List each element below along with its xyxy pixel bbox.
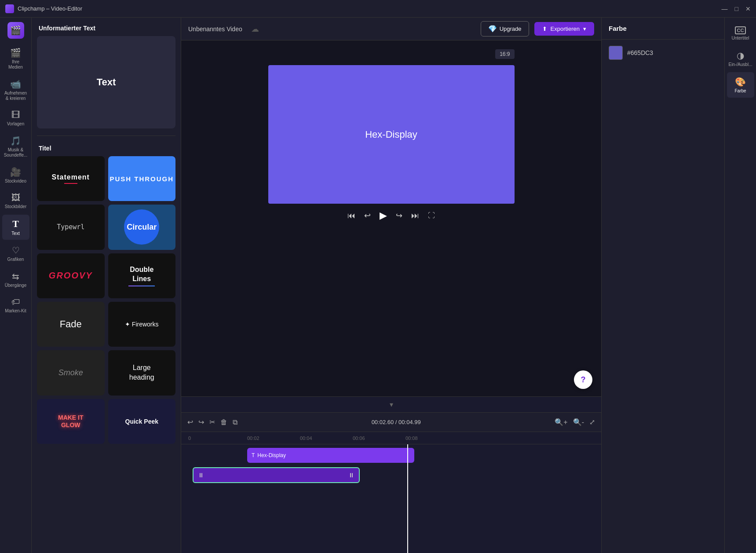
marken-label: Marken-Kit: [5, 308, 26, 314]
export-chevron-icon: ▾: [583, 26, 586, 32]
right-panel: Farbe #665DC3: [601, 18, 724, 553]
right-nav-farbe[interactable]: 🎨 Farbe: [727, 72, 754, 98]
text-card-typewriter[interactable]: Typewrl: [37, 205, 105, 249]
minimize-button[interactable]: —: [722, 5, 728, 12]
card-statement-label: Statement: [52, 173, 90, 181]
card-fade-label: Fade: [60, 319, 82, 330]
sidebar-item-musik[interactable]: 🎵 Musik & Soundeffe...: [2, 132, 29, 161]
card-smoke-label: Smoke: [58, 368, 83, 377]
sidebar-item-stockbilder[interactable]: 🖼 Stockbilder: [2, 189, 29, 213]
text-track-container: T Hex-Display: [188, 448, 594, 465]
fit-timeline-button[interactable]: ⤢: [589, 418, 595, 426]
upgrade-label: Upgrade: [500, 26, 522, 32]
uebergaenge-label: Übergänge: [5, 283, 26, 288]
card-plain-label: Text: [97, 77, 116, 88]
upgrade-button[interactable]: 💎 Upgrade: [481, 21, 529, 37]
play-button[interactable]: ▶: [380, 210, 387, 221]
section-titel-title: Titel: [32, 138, 181, 156]
right-nav-einausblend[interactable]: ◑ Ein-/Ausbl...: [727, 46, 754, 71]
sidebar-item-grafiken[interactable]: ♡ Grafiken: [2, 242, 29, 266]
time-separator: /: [395, 419, 398, 425]
card-makeitglow-label: MAKE ITGLOW: [58, 414, 84, 429]
sidebar-item-marken[interactable]: 🏷 Marken-Kit: [2, 293, 29, 317]
color-swatch[interactable]: [609, 46, 623, 60]
text-card-groovy[interactable]: GROOVY: [37, 253, 105, 298]
musik-icon: 🎵: [10, 136, 21, 146]
einausblend-icon: ◑: [737, 50, 744, 61]
skip-forward-button[interactable]: ⏭: [411, 211, 419, 220]
timeline-toolbar: ↩ ↪ ✂ 🗑 ⧉ 00:02.60 / 00:04.99 🔍+ 🔍- ⤢: [181, 413, 601, 432]
redo-button[interactable]: ↪: [198, 418, 204, 426]
sidebar-item-medien[interactable]: 🎬 Ihre Medien: [2, 44, 29, 73]
cut-button[interactable]: ✂: [209, 418, 215, 426]
collapse-arrow[interactable]: ▾: [388, 399, 395, 410]
video-preview: Hex-Display: [268, 65, 515, 204]
untertitel-label: Untertitel: [731, 36, 749, 40]
video-track-container: ⏸ ⏸: [188, 467, 594, 486]
sidebar-item-uebergaenge[interactable]: ⇆ Übergänge: [2, 267, 29, 292]
track-pause-left-icon: ⏸: [198, 472, 204, 479]
double-underline: [128, 286, 155, 286]
video-name[interactable]: Unbenanntes Video: [188, 26, 242, 33]
text-label: Text: [11, 231, 19, 236]
text-card-push-through[interactable]: PUSH THROUGH: [108, 156, 176, 201]
sidebar-item-stockvideo[interactable]: 🎥 Stockvideo: [2, 163, 29, 187]
ruler-mark-2: 00:02: [247, 436, 259, 441]
marken-icon: 🏷: [11, 297, 20, 307]
track-pause-right-icon: ⏸: [348, 472, 354, 479]
sidebar-item-text[interactable]: T Text: [2, 215, 29, 240]
text-card-make-it-glow[interactable]: MAKE ITGLOW: [37, 399, 105, 444]
rewind-button[interactable]: ↩: [364, 211, 371, 220]
text-card-large-heading[interactable]: Largeheading: [108, 350, 176, 395]
text-track-label: Hex-Display: [257, 452, 286, 458]
medien-label: Ihre Medien: [5, 59, 27, 70]
vorlagen-icon: 🎞: [11, 110, 20, 120]
right-nav-untertitel[interactable]: CC Untertitel: [727, 22, 754, 45]
einausblend-label: Ein-/Ausbl...: [729, 62, 752, 67]
panel-divider: [37, 136, 175, 136]
close-button[interactable]: ✕: [745, 5, 751, 12]
text-track[interactable]: T Hex-Display: [247, 448, 414, 463]
farbe-label: Farbe: [734, 88, 746, 93]
app-logo: [5, 4, 14, 13]
cc-icon: CC: [735, 26, 746, 34]
text-card-fireworks[interactable]: ✦ Fireworks: [108, 302, 176, 347]
timeline-playhead[interactable]: [407, 444, 408, 553]
aufnehmen-label: Aufnehmen & kreieren: [4, 91, 27, 101]
titlebar: Clipchamp – Video-Editor — □ ✕: [0, 0, 756, 18]
text-card-statement[interactable]: Statement: [37, 156, 105, 201]
statement-underline: [64, 183, 77, 184]
undo-button[interactable]: ↩: [187, 418, 193, 426]
copy-button[interactable]: ⧉: [233, 418, 237, 426]
toolbar: Unbenanntes Video ☁ 💎 Upgrade ⬆ Exportie…: [181, 18, 601, 40]
forward-button[interactable]: ↪: [396, 211, 402, 220]
sidebar-item-aufnehmen[interactable]: 📹 Aufnehmen & kreieren: [2, 75, 29, 105]
help-button[interactable]: ?: [574, 370, 592, 389]
text-card-smoke[interactable]: Smoke: [37, 350, 105, 395]
stockbilder-icon: 🖼: [11, 193, 20, 203]
video-preview-title: Hex-Display: [365, 129, 417, 140]
text-panel: Unformatierter Text Text Titel Statement…: [32, 18, 181, 553]
text-card-circular[interactable]: Circular: [108, 205, 176, 249]
zoom-out-button[interactable]: 🔍-: [573, 418, 584, 426]
delete-button[interactable]: 🗑: [220, 418, 227, 426]
fullscreen-button[interactable]: ⛶: [428, 212, 435, 220]
text-card-double-lines[interactable]: DoubleLines: [108, 253, 176, 298]
video-track[interactable]: ⏸ ⏸: [193, 467, 360, 483]
zoom-in-button[interactable]: 🔍+: [555, 418, 567, 426]
timeline-ruler: 0 00:02 00:04 00:06 00:08: [181, 432, 601, 444]
text-card-fade[interactable]: Fade: [37, 302, 105, 347]
skip-back-button[interactable]: ⏮: [347, 211, 355, 220]
text-cards-grid: Statement PUSH THROUGH Typewrl Circular: [32, 156, 181, 449]
export-button[interactable]: ⬆ Exportieren ▾: [534, 22, 594, 36]
ruler-mark-6: 00:06: [353, 436, 365, 441]
text-card-quick-peek[interactable]: Quick Peek: [108, 399, 176, 444]
window-controls[interactable]: — □ ✕: [722, 5, 751, 12]
export-label: Exportieren: [551, 26, 580, 32]
sidebar-item-vorlagen[interactable]: 🎞 Vorlagen: [2, 106, 29, 130]
text-card-plain[interactable]: Text: [37, 36, 175, 128]
card-fireworks-label: ✦ Fireworks: [125, 321, 159, 328]
card-quickpeek-label: Quick Peek: [125, 418, 159, 425]
maximize-button[interactable]: □: [735, 5, 738, 12]
stockbilder-label: Stockbilder: [5, 204, 26, 209]
